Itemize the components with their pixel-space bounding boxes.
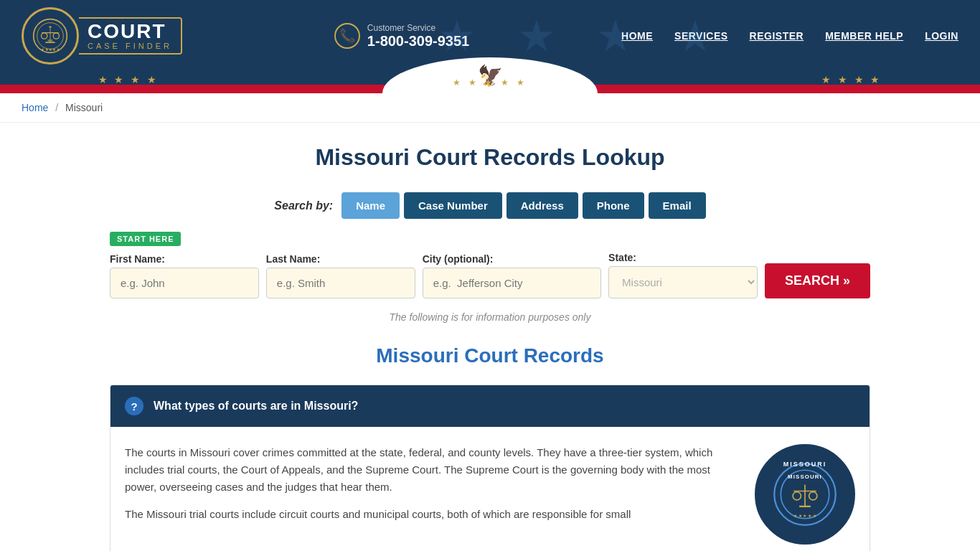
tab-email[interactable]: Email (649, 192, 706, 219)
logo-subtitle: CASE FINDER (88, 42, 172, 50)
svg-point-6 (53, 33, 59, 39)
info-note: The following is for information purpose… (110, 311, 870, 323)
cs-phone: 1-800-309-9351 (367, 33, 469, 50)
nav-services[interactable]: SERVICES (674, 30, 728, 42)
search-form-row: First Name: Last Name: City (optional): … (110, 252, 870, 298)
banner-stripe: ★ ★ ★ ★ 🦅 ★ ★ ★ ★ ★ ★ ★ ★ ★ (0, 72, 980, 93)
svg-text:★ ★ ★ ★ ★: ★ ★ ★ ★ ★ (41, 47, 60, 52)
page-title: Missouri Court Records Lookup (110, 144, 870, 171)
accordion-paragraph-2: The Missouri trial courts include circui… (125, 506, 738, 523)
nav-home[interactable]: HOME (621, 30, 653, 42)
svg-rect-17 (799, 506, 811, 507)
svg-text:MISSOURI: MISSOURI (788, 474, 822, 480)
tab-name[interactable]: Name (341, 192, 400, 219)
nav-member-help[interactable]: MEMBER HELP (825, 30, 903, 42)
start-here-badge: START HERE (110, 232, 181, 246)
banner-stars-left: ★ ★ ★ ★ (98, 74, 159, 85)
svg-rect-8 (48, 39, 53, 42)
main-content: Missouri Court Records Lookup Search by:… (95, 123, 885, 551)
tab-case-number[interactable]: Case Number (404, 192, 502, 219)
nav-login[interactable]: LOGIN (925, 30, 958, 42)
state-label: State: (608, 252, 758, 263)
search-by-label: Search by: (274, 199, 333, 212)
first-name-input[interactable] (110, 268, 259, 298)
breadcrumb-current: Missouri (65, 102, 103, 113)
breadcrumb: Home / Missouri (0, 93, 980, 123)
accordion-paragraph-1: The courts in Missouri cover crimes comm… (125, 444, 738, 496)
first-name-group: First Name: (110, 253, 259, 298)
logo-court-text: COURT (88, 22, 172, 42)
last-name-input[interactable] (266, 268, 415, 298)
logo-circle: ★ ★ ★ ★ ★ (22, 7, 79, 65)
accordion-header[interactable]: ? What types of courts are in Missouri? (110, 385, 870, 427)
svg-rect-7 (45, 42, 55, 43)
search-button[interactable]: SEARCH » (765, 263, 870, 298)
accordion-text: The courts in Missouri cover crimes comm… (125, 444, 738, 523)
arch-stars: ★ ★ ★ ★ ★ (453, 77, 527, 88)
seal-text-top: MISSOURI (783, 461, 827, 468)
cs-label: Customer Service (367, 23, 469, 33)
city-input[interactable] (423, 268, 601, 298)
svg-point-5 (42, 33, 47, 39)
section-title: Missouri Court Records (110, 344, 870, 367)
customer-service: 📞 Customer Service 1-800-309-9351 (334, 23, 469, 50)
city-label: City (optional): (423, 253, 601, 265)
tab-address[interactable]: Address (507, 192, 578, 219)
state-group: State: Missouri Alabama Alaska Arizona A… (608, 252, 758, 298)
last-name-group: Last Name: (266, 253, 415, 298)
seal-inner: MISSOURI MISSOURI ★ ★ ★ ★ ★ (758, 448, 852, 541)
tab-phone[interactable]: Phone (583, 192, 644, 219)
logo-text-block: COURT CASE FINDER (79, 17, 182, 55)
svg-text:★ ★ ★ ★ ★: ★ ★ ★ ★ ★ (793, 514, 816, 518)
logo-area[interactable]: ★ ★ ★ ★ ★ COURT CASE FINDER (22, 7, 182, 65)
city-group: City (optional): (423, 253, 601, 298)
last-name-label: Last Name: (266, 253, 415, 265)
breadcrumb-home[interactable]: Home (22, 102, 48, 113)
question-icon: ? (125, 397, 143, 415)
state-select[interactable]: Missouri Alabama Alaska Arizona Arkansas… (608, 266, 758, 298)
search-section: Search by: Name Case Number Address Phon… (110, 192, 870, 323)
seal-svg: MISSOURI ★ ★ ★ ★ ★ (773, 462, 837, 527)
banner-stars-right: ★ ★ ★ ★ (821, 74, 882, 85)
accordion: ? What types of courts are in Missouri? … (110, 385, 870, 551)
accordion-title: What types of courts are in Missouri? (154, 400, 358, 413)
nav-register[interactable]: REGISTER (750, 30, 804, 42)
header-nav: HOME SERVICES REGISTER MEMBER HELP LOGIN (621, 30, 958, 42)
search-by-row: Search by: Name Case Number Address Phon… (110, 192, 870, 219)
missouri-seal: MISSOURI MISSOURI ★ ★ ★ ★ ★ (755, 444, 855, 545)
logo-svg: ★ ★ ★ ★ ★ (32, 18, 68, 54)
breadcrumb-separator: / (55, 102, 58, 113)
first-name-label: First Name: (110, 253, 259, 265)
phone-icon: 📞 (334, 23, 360, 49)
accordion-body: The courts in Missouri cover crimes comm… (110, 427, 870, 551)
